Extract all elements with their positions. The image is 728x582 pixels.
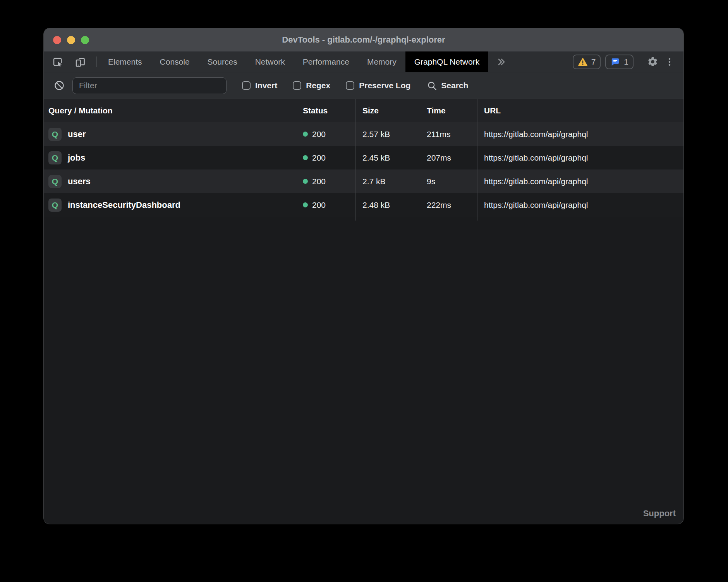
column-header-status[interactable]: Status	[296, 99, 355, 122]
invert-label: Invert	[255, 81, 277, 90]
tab-sources[interactable]: Sources	[199, 51, 246, 72]
controls-divider	[640, 56, 640, 67]
warnings-count: 7	[591, 57, 596, 67]
invert-checkbox[interactable]	[242, 81, 251, 90]
query-badge: Q	[48, 151, 62, 164]
warnings-badge[interactable]: 7	[573, 55, 601, 69]
time-value: 207ms	[427, 153, 451, 163]
kebab-menu-icon[interactable]	[663, 56, 676, 68]
column-header-query-mutation[interactable]: Query / Mutation	[44, 99, 296, 122]
table-row[interactable]: Q users 200 2.7 kB 9s https://gitlab.com…	[44, 169, 683, 193]
url-value: https://gitlab.com/api/graphql	[484, 200, 588, 210]
size-value: 2.7 kB	[362, 177, 386, 186]
status-value: 200	[312, 200, 326, 210]
column-header-size[interactable]: Size	[355, 99, 420, 122]
inspect-icon[interactable]	[52, 56, 64, 68]
more-tabs-chevron-icon[interactable]	[488, 51, 515, 72]
preserve-log-checkbox-group[interactable]: Preserve Log	[346, 81, 410, 90]
search-label: Search	[441, 81, 468, 90]
regex-checkbox-group[interactable]: Regex	[293, 81, 330, 90]
zoom-window-button[interactable]	[81, 36, 89, 44]
devtools-tabbar: Elements Console Sources Network Perform…	[44, 51, 683, 72]
tab-performance[interactable]: Performance	[294, 51, 358, 72]
minimize-window-button[interactable]	[67, 36, 75, 44]
query-name: user	[68, 129, 86, 139]
titlebar: DevTools - gitlab.com/-/graphql-explorer	[44, 28, 683, 51]
size-value: 2.45 kB	[362, 153, 390, 163]
tab-network[interactable]: Network	[246, 51, 294, 72]
status-value: 200	[312, 130, 326, 139]
query-badge: Q	[48, 128, 62, 141]
status-dot-icon	[303, 179, 308, 184]
close-window-button[interactable]	[53, 36, 61, 44]
filter-toolbar: Invert Regex Preserve Log Search	[44, 72, 683, 99]
tab-console[interactable]: Console	[151, 51, 199, 72]
status-dot-icon	[303, 155, 308, 160]
regex-label: Regex	[306, 81, 330, 90]
size-value: 2.48 kB	[362, 200, 390, 210]
query-name: jobs	[68, 153, 85, 163]
invert-checkbox-group[interactable]: Invert	[242, 81, 277, 90]
device-toolbar-icon[interactable]	[74, 56, 86, 68]
time-value: 9s	[427, 177, 435, 186]
table-row[interactable]: Q user 200 2.57 kB 211ms https://gitlab.…	[44, 122, 683, 146]
query-name: instanceSecurityDashboard	[68, 200, 180, 210]
tab-graphql-network[interactable]: GraphQL Network	[405, 51, 488, 72]
support-link[interactable]: Support	[643, 508, 676, 519]
preserve-log-checkbox[interactable]	[346, 81, 354, 90]
url-value: https://gitlab.com/api/graphql	[484, 153, 588, 163]
table-row[interactable]: Q jobs 200 2.45 kB 207ms https://gitlab.…	[44, 146, 683, 169]
window-controls	[44, 36, 89, 44]
magnifier-icon	[427, 80, 437, 91]
tab-memory[interactable]: Memory	[358, 51, 405, 72]
panel-tabs: Elements Console Sources Network Perform…	[99, 51, 488, 72]
filter-input[interactable]	[72, 77, 227, 94]
time-value: 222ms	[427, 200, 451, 210]
url-value: https://gitlab.com/api/graphql	[484, 177, 588, 186]
tab-elements[interactable]: Elements	[99, 51, 151, 72]
issues-badge[interactable]: 1	[605, 55, 634, 69]
column-header-url[interactable]: URL	[477, 99, 683, 122]
gear-icon[interactable]	[646, 56, 659, 68]
tabbar-divider	[96, 56, 97, 67]
devtools-window: DevTools - gitlab.com/-/graphql-explorer…	[43, 28, 684, 524]
column-divider-extension	[44, 217, 683, 221]
preserve-log-label: Preserve Log	[359, 81, 410, 90]
status-dot-icon	[303, 132, 308, 137]
tabbar-right-controls: 7 1	[573, 51, 683, 72]
table-header: Query / Mutation Status Size Time URL	[44, 99, 683, 122]
warning-triangle-icon	[578, 57, 588, 67]
ban-icon[interactable]	[53, 79, 65, 92]
query-name: users	[68, 176, 91, 187]
window-title: DevTools - gitlab.com/-/graphql-explorer	[44, 35, 683, 45]
chat-bubble-icon	[610, 57, 620, 67]
empty-content-area: Support	[44, 221, 683, 524]
tabbar-left-icons	[44, 51, 94, 72]
issues-count: 1	[624, 57, 628, 67]
query-badge: Q	[48, 199, 62, 212]
size-value: 2.57 kB	[362, 130, 390, 139]
column-header-time[interactable]: Time	[420, 99, 477, 122]
status-value: 200	[312, 177, 326, 186]
table-row[interactable]: Q instanceSecurityDashboard 200 2.48 kB …	[44, 193, 683, 217]
status-dot-icon	[303, 202, 308, 207]
time-value: 211ms	[427, 130, 450, 139]
search-button[interactable]: Search	[427, 80, 468, 91]
status-value: 200	[312, 153, 326, 163]
query-badge: Q	[48, 175, 62, 188]
regex-checkbox[interactable]	[293, 81, 301, 90]
url-value: https://gitlab.com/api/graphql	[484, 130, 588, 139]
